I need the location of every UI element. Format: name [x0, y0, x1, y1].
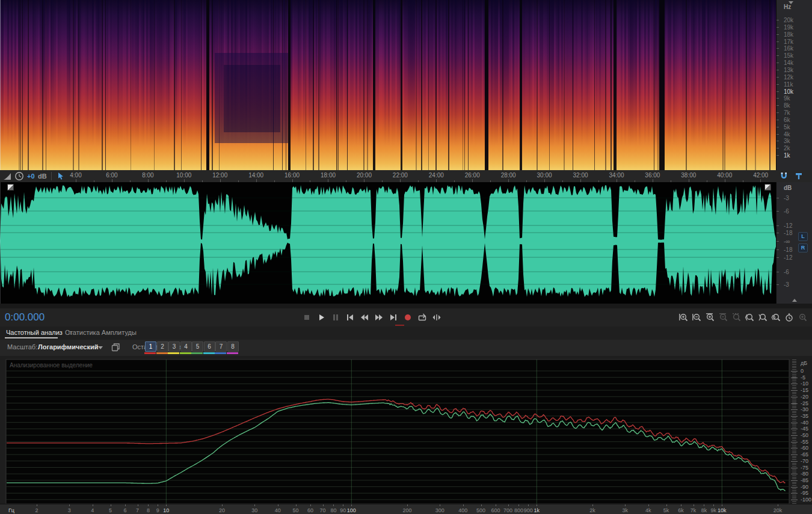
- rewind-button[interactable]: [358, 312, 371, 323]
- x-tick-400: 400: [458, 507, 467, 513]
- chevron-down-icon[interactable]: [98, 346, 103, 349]
- time-label-8:00: 8:00: [142, 172, 153, 179]
- clock-gain-icon[interactable]: [14, 171, 24, 181]
- y-tick--90: -90: [801, 484, 808, 490]
- hold-frame-color-2: [156, 352, 168, 354]
- zoom-selection-in-out-button[interactable]: [770, 312, 782, 323]
- play-button[interactable]: [315, 312, 327, 323]
- time-label-14:00: 14:00: [248, 172, 263, 179]
- time-label-10:00: 10:00: [176, 172, 191, 179]
- y-tick--35: -35: [801, 413, 808, 419]
- frequency-axis-unit: Hz: [784, 4, 791, 10]
- hold-frame-button-2[interactable]: 2: [157, 341, 168, 352]
- tab-amplitude-statistics[interactable]: Статистика Амплитуды: [65, 329, 137, 336]
- freq-tick-20k: 20k: [784, 17, 793, 23]
- channel-badge-L[interactable]: L: [798, 232, 808, 241]
- hold-frame-button-8[interactable]: 8: [227, 341, 239, 352]
- scale-dropdown[interactable]: Логарифмический: [38, 343, 99, 350]
- x-tick-3k: 3k: [622, 507, 628, 513]
- hold-frame-color-8: [227, 352, 238, 354]
- freq-tick-5k: 5k: [784, 123, 790, 130]
- panel-scroll-icon[interactable]: [789, 1, 793, 4]
- channel-badge-R[interactable]: R: [798, 243, 808, 252]
- analysis-controls-row: Масштаб: Логарифмический Остановка кадра…: [0, 340, 812, 356]
- x-tick-700: 700: [503, 507, 512, 513]
- hold-frame-button-4[interactable]: 4: [180, 341, 192, 352]
- y-tick--65: -65: [801, 451, 808, 457]
- zoom-in-amplitude-button[interactable]: [704, 312, 716, 323]
- hold-frame-button-7[interactable]: 7: [215, 341, 227, 352]
- y-tick--80: -80: [801, 471, 808, 477]
- time-label-18:00: 18:00: [321, 172, 336, 179]
- zoom-to-selection-button[interactable]: [730, 312, 742, 323]
- zoom-at-in-point-button[interactable]: [743, 312, 755, 323]
- spectrogram-panel: Hz 20k19k18k17k16k15k14k13k12k11k10k9k8k…: [0, 0, 812, 170]
- x-tick-4: 4: [91, 507, 94, 513]
- freq-tick-6k: 6k: [784, 116, 790, 123]
- hold-frame-button-3[interactable]: 3: [168, 341, 180, 352]
- gain-value[interactable]: +0: [27, 173, 35, 180]
- freq-tick-19k: 19k: [784, 23, 793, 30]
- zoom-out-amplitude-button[interactable]: [717, 312, 729, 323]
- zoom-out-time-button[interactable]: [691, 312, 703, 323]
- time-label-20:00: 20:00: [357, 172, 372, 179]
- x-tick-7k: 7k: [691, 507, 697, 513]
- fade-in-handle[interactable]: [7, 184, 14, 191]
- hold-frame-color-5: [191, 352, 203, 354]
- zoom-in-time-button[interactable]: [677, 312, 689, 323]
- y-tick--25: -25: [801, 400, 808, 406]
- x-tick-80: 80: [330, 507, 336, 513]
- hold-frame-button-1[interactable]: 1: [145, 341, 156, 352]
- playback-time-display[interactable]: 0:00.000: [5, 311, 45, 323]
- tab-frequency-analysis[interactable]: Частотный анализ ≡: [6, 329, 72, 336]
- fade-envelope-icon[interactable]: [3, 172, 12, 180]
- db-tick-2: -12: [784, 222, 792, 229]
- frequency-chart[interactable]: [0, 356, 812, 514]
- x-tick-900: 900: [524, 507, 533, 513]
- skip-selection-button[interactable]: [431, 312, 443, 323]
- time-label-30:00: 30:00: [537, 172, 552, 179]
- db-ruler-ticks: [792, 359, 796, 504]
- time-label-24:00: 24:00: [429, 172, 444, 179]
- go-to-start-button[interactable]: [344, 312, 356, 323]
- db-tick-3: -18: [784, 230, 792, 236]
- active-tab-underline: [5, 337, 58, 338]
- record-button[interactable]: [402, 312, 414, 323]
- time-label-16:00: 16:00: [285, 172, 300, 179]
- timeline-ruler[interactable]: +0 dB 4:006:008:0010:0012:0014:0016:0018…: [0, 170, 812, 183]
- time-label-36:00: 36:00: [645, 172, 660, 179]
- hold-frame-button-5[interactable]: 5: [192, 341, 203, 352]
- waveform-db-scale[interactable]: dB -3-6-12-18-∞-18-12-6-3LR: [776, 182, 812, 304]
- scale-scroll-icon[interactable]: [792, 299, 797, 302]
- zoom-full-button[interactable]: [796, 312, 808, 323]
- fade-out-handle[interactable]: [764, 184, 771, 191]
- freq-tick-4k: 4k: [784, 130, 790, 137]
- loop-playback-button[interactable]: [416, 312, 428, 323]
- waveform-panel: dB -3-6-12-18-∞-18-12-6-3LR: [0, 182, 812, 304]
- y-tick--60: -60: [801, 445, 808, 451]
- copy-graph-icon[interactable]: [111, 343, 120, 352]
- db-tick-5: -18: [784, 246, 792, 253]
- time-label-6:00: 6:00: [106, 172, 117, 179]
- spectrogram-display[interactable]: [0, 0, 776, 170]
- x-tick-300: 300: [435, 507, 444, 513]
- freq-tick-8k: 8k: [784, 102, 790, 109]
- hold-frame-button-6[interactable]: 6: [204, 341, 215, 352]
- waveform-display[interactable]: [0, 182, 776, 304]
- playhead-pointer-icon[interactable]: [56, 171, 66, 181]
- reset-zoom-button[interactable]: [783, 312, 795, 323]
- zoom-toolbar: [677, 312, 808, 323]
- marker-icon[interactable]: [794, 171, 804, 181]
- hold-frame-color-3: [168, 352, 179, 354]
- snap-magnet-icon[interactable]: [779, 171, 789, 181]
- stop-button[interactable]: [301, 312, 313, 323]
- pause-button[interactable]: [330, 312, 342, 323]
- zoom-at-out-point-button[interactable]: [757, 312, 769, 323]
- x-tick-20k: 20k: [774, 507, 783, 513]
- y-tick--70: -70: [801, 458, 808, 464]
- spectrogram-frequency-scale[interactable]: Hz 20k19k18k17k16k15k14k13k12k11k10k9k8k…: [776, 0, 812, 170]
- fast-forward-button[interactable]: [373, 312, 385, 323]
- go-to-end-button[interactable]: [387, 312, 399, 323]
- x-tick-50: 50: [293, 507, 299, 513]
- freq-tick-12k: 12k: [784, 73, 793, 80]
